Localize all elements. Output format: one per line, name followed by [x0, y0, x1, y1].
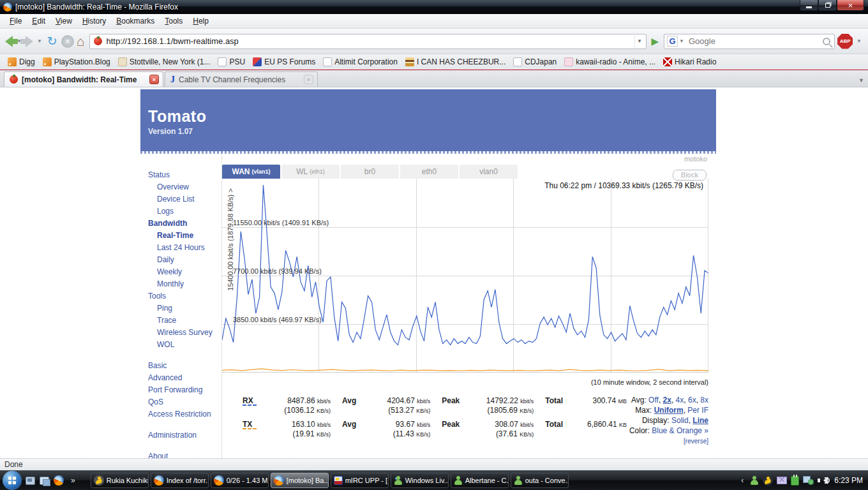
avg-8x-link[interactable]: 8x — [700, 396, 708, 405]
bookmark-digg[interactable]: Digg — [5, 56, 38, 68]
sidebar-item-ping[interactable]: Ping — [140, 302, 221, 315]
firefox-icon[interactable] — [54, 475, 64, 486]
close-button[interactable]: × — [837, 0, 864, 11]
aim-icon[interactable] — [763, 475, 773, 486]
tab-bandwidth-realtime[interactable]: [motoko] Bandwidth: Real-Time × — [4, 71, 163, 87]
bookmark-playstation-blog[interactable]: PlayStation.Blog — [40, 56, 113, 68]
power-plug-icon[interactable] — [791, 476, 799, 486]
search-engine-caret-icon[interactable]: ▼ — [679, 38, 684, 44]
sidebar-item-trace[interactable]: Trace — [140, 315, 221, 327]
show-desktop-icon[interactable] — [26, 477, 35, 485]
window-titlebar[interactable]: [motoko] Bandwidth: Real-Time - Mozilla … — [0, 0, 868, 14]
avg-6x-link[interactable]: 6x — [688, 396, 696, 405]
sidebar-item-last-24-hours[interactable]: Last 24 Hours — [140, 242, 221, 254]
url-dropdown-caret-icon[interactable]: ▼ — [634, 35, 645, 48]
sidebar-item-weekly[interactable]: Weekly — [140, 266, 221, 278]
taskbar-button-download[interactable]: 0/26 - 1.43 M... — [211, 473, 269, 488]
home-button[interactable]: ⌂ — [77, 35, 85, 48]
url-input[interactable] — [106, 36, 634, 46]
sidebar-item-qos[interactable]: QoS — [140, 396, 221, 408]
taskbar-button-rukia[interactable]: Rukia Kuchiki... — [91, 473, 149, 488]
adblock-caret-icon[interactable]: ▼ — [857, 38, 862, 44]
sidebar-item-device-list[interactable]: Device List — [140, 193, 221, 205]
forward-history-caret-icon[interactable]: ▼ — [37, 38, 42, 44]
volume-icon[interactable] — [818, 476, 828, 485]
display-solid-link[interactable]: Solid — [671, 416, 689, 425]
menu-history[interactable]: History — [78, 15, 110, 27]
display-line-link[interactable]: Line — [692, 416, 708, 425]
go-button[interactable]: ▶ — [649, 36, 662, 47]
avg-4x-link[interactable]: 4x — [676, 396, 684, 405]
max-perif-link[interactable]: Per IF — [687, 406, 708, 415]
bookmark-cdjapan[interactable]: CDJapan — [511, 56, 559, 68]
bookmark-kawaii-radio[interactable]: kawaii-radio - Anime, ... — [562, 56, 658, 68]
sidebar-item-wol[interactable]: WOL — [140, 339, 221, 351]
sidebar-item-monthly[interactable]: Monthly — [140, 278, 221, 290]
taskbar-button-outa[interactable]: outa - Conve... — [511, 473, 569, 488]
forward-button[interactable] — [26, 36, 33, 47]
mail-tray-icon[interactable] — [777, 477, 787, 484]
search-engine-icon[interactable]: G — [667, 36, 678, 47]
search-icon[interactable] — [823, 38, 830, 45]
bookmark-altimit[interactable]: Altimit Corporation — [320, 56, 400, 68]
avg-2x-link[interactable]: 2x — [663, 396, 671, 405]
sidebar-item-status[interactable]: Status — [140, 169, 221, 181]
sidebar-item-administration[interactable]: Administration — [140, 429, 221, 442]
iface-tab-wl[interactable]: WL(eth1) — [281, 165, 340, 179]
menu-view[interactable]: View — [51, 15, 77, 27]
menu-bookmarks[interactable]: Bookmarks — [112, 15, 159, 27]
tray-collapse-icon[interactable]: ‹ — [738, 476, 746, 485]
iface-tab-vlan0[interactable]: vlan0 — [460, 165, 518, 179]
bookmark-psu[interactable]: PSU — [215, 56, 248, 68]
sidebar-item-basic[interactable]: Basic — [140, 360, 221, 372]
tab-cable-tv-frequencies[interactable]: J Cable TV Channel Frequencies × — [165, 71, 318, 87]
taskbar-button-index-of-torr[interactable]: Index of /torr... — [151, 473, 209, 488]
iface-tab-br0[interactable]: br0 — [341, 165, 399, 179]
search-input[interactable] — [689, 36, 823, 46]
switch-windows-icon[interactable] — [40, 477, 49, 485]
bookmark-eu-ps-forums[interactable]: EU PS Forums — [250, 56, 318, 68]
messenger-status-icon[interactable] — [750, 476, 759, 485]
sidebar-item-about[interactable]: About — [140, 450, 221, 458]
block-button[interactable]: Block — [673, 170, 707, 181]
max-uniform-link[interactable]: Uniform — [654, 406, 684, 415]
bookmark-stottville[interactable]: Stottville, New York (1... — [116, 56, 213, 68]
reverse-link[interactable]: [reverse] — [629, 436, 708, 447]
back-button[interactable] — [5, 36, 13, 47]
menu-file[interactable]: File — [5, 15, 26, 27]
iface-tab-wan[interactable]: WAN(vlan1) — [222, 165, 280, 179]
sidebar-item-bandwidth[interactable]: Bandwidth — [140, 218, 221, 230]
restore-button[interactable] — [818, 0, 837, 11]
bookmark-cheezburger[interactable]: I CAN HAS CHEEZBUR... — [403, 56, 508, 68]
search-box[interactable]: G ▼ — [664, 34, 835, 49]
tab-close-icon[interactable]: × — [149, 75, 159, 84]
stop-button[interactable]: × — [61, 35, 74, 48]
taskbar-button-motoko-active[interactable]: [motoko] Ba... — [271, 473, 329, 488]
sidebar-item-logs[interactable]: Logs — [140, 205, 221, 218]
menu-help[interactable]: Help — [188, 15, 213, 27]
taskbar-button-windows-live[interactable]: Windows Liv... — [391, 473, 449, 488]
minimize-button[interactable] — [800, 0, 818, 11]
bookmark-hikari-radio[interactable]: Hikari Radio — [661, 56, 719, 68]
sidebar-item-overview[interactable]: Overview — [140, 181, 221, 193]
tab-close-icon[interactable]: × — [304, 75, 313, 84]
menu-tools[interactable]: Tools — [160, 15, 187, 27]
sidebar-item-advanced[interactable]: Advanced — [140, 372, 221, 384]
start-button[interactable] — [3, 471, 22, 490]
menu-edit[interactable]: Edit — [27, 15, 50, 27]
iface-tab-eth0[interactable]: eth0 — [400, 165, 458, 179]
sidebar-item-access-restriction[interactable]: Access Restriction — [140, 408, 221, 420]
sidebar-item-tools[interactable]: Tools — [140, 290, 221, 302]
sidebar-item-wireless-survey[interactable]: Wireless Survey — [140, 327, 221, 339]
network-icon[interactable] — [803, 476, 814, 485]
url-bar[interactable]: ▼ — [89, 34, 646, 49]
taskbar-button-mirc[interactable]: mIRC UPP - [... — [331, 473, 389, 488]
sidebar-item-port-forwarding[interactable]: Port Forwarding — [140, 384, 221, 396]
sidebar-item-real-time[interactable]: Real-Time — [140, 230, 221, 242]
tab-list-caret-icon[interactable]: ▼ — [858, 77, 864, 84]
avg-off-link[interactable]: Off — [648, 396, 659, 405]
reload-button[interactable]: ↻ — [46, 35, 59, 47]
adblock-plus-icon[interactable]: ABP — [837, 34, 853, 49]
taskbar-button-albertane[interactable]: Albertane - C... — [451, 473, 509, 488]
quick-launch-overflow-icon[interactable]: » — [68, 476, 78, 485]
